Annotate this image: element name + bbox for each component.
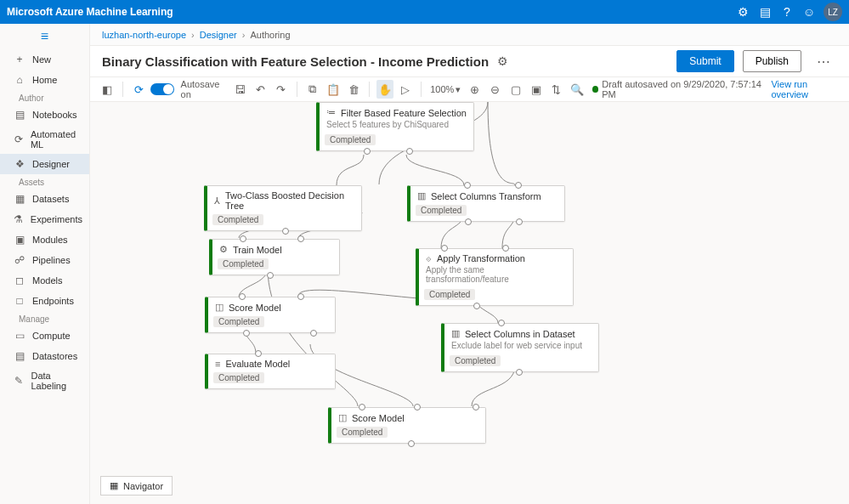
copy-icon[interactable]: ⧉ bbox=[304, 80, 321, 99]
score-icon: ◫ bbox=[215, 302, 224, 313]
map-icon: ▦ bbox=[110, 480, 118, 491]
sidebar-item-label: Compute bbox=[32, 331, 71, 341]
panel-icon[interactable]: ◧ bbox=[99, 80, 116, 99]
node-title: Evaluate Model bbox=[225, 359, 290, 369]
delete-icon[interactable]: 🗑 bbox=[345, 80, 362, 99]
more-button[interactable]: ⋯ bbox=[810, 54, 837, 70]
plus-icon: + bbox=[14, 54, 25, 65]
breadcrumb-workspace[interactable]: luzhan-north-europe bbox=[102, 30, 186, 40]
sidebar-item-modules[interactable]: ▣Modules bbox=[0, 229, 89, 250]
node-title: Score Model bbox=[229, 303, 281, 313]
sidebar-item-label: Datasets bbox=[32, 194, 69, 204]
fit-icon[interactable]: ▢ bbox=[507, 80, 524, 99]
sidebar-item-datastores[interactable]: ▤Datastores bbox=[0, 346, 89, 366]
node-desc: Select 5 features by ChiSquared bbox=[320, 120, 473, 133]
sidebar-item-designer[interactable]: ❖Designer bbox=[0, 154, 89, 174]
status-badge: Completed bbox=[325, 134, 376, 145]
product-title: Microsoft Azure Machine Learning bbox=[7, 6, 173, 18]
sidebar-item-compute[interactable]: ▭Compute bbox=[0, 326, 89, 346]
refresh-icon[interactable]: ⟳ bbox=[130, 80, 147, 99]
compare-icon[interactable]: ⇅ bbox=[548, 80, 565, 99]
sidebar-item-models[interactable]: ◻Models bbox=[0, 270, 89, 291]
view-run-link[interactable]: View run overview bbox=[771, 79, 840, 99]
node-title: Filter Based Feature Selection bbox=[341, 108, 467, 118]
publish-button[interactable]: Publish bbox=[743, 50, 801, 72]
status-badge: Completed bbox=[218, 258, 269, 269]
node-score-model-2[interactable]: ◫Score Model Completed bbox=[328, 407, 486, 444]
redo-icon[interactable]: ↷ bbox=[273, 80, 290, 99]
sidebar-item-label: Endpoints bbox=[32, 296, 74, 306]
node-score-model-1[interactable]: ◫Score Model Completed bbox=[205, 297, 336, 333]
save-icon[interactable]: 🖫 bbox=[232, 80, 249, 99]
gear-icon[interactable]: ⚙ bbox=[732, 1, 754, 23]
submit-button[interactable]: Submit bbox=[676, 50, 733, 72]
sidebar-item-label: Datastores bbox=[32, 351, 77, 361]
sidebar-item-label: New bbox=[32, 54, 51, 65]
node-apply-transformation[interactable]: ⟐Apply Transformation Apply the same tra… bbox=[416, 248, 574, 306]
chevron-down-icon: ▾ bbox=[456, 84, 461, 95]
directory-icon[interactable]: ▤ bbox=[754, 1, 776, 23]
pan-icon[interactable]: ✋ bbox=[376, 80, 393, 99]
node-filter-feature-selection[interactable]: ≔Filter Based Feature Selection Select 5… bbox=[316, 102, 474, 151]
sidebar-item-notebooks[interactable]: ▤Notebooks bbox=[0, 105, 89, 125]
sidebar-item-datalabeling[interactable]: ✎Data Labeling bbox=[0, 366, 89, 395]
pipeline-icon: ☍ bbox=[14, 254, 25, 266]
sidebar-item-label: Pipelines bbox=[32, 255, 71, 265]
settings-icon[interactable]: ⚙ bbox=[497, 54, 508, 68]
node-desc: Exclude label for web service input bbox=[444, 341, 598, 354]
chevron-right-icon: › bbox=[191, 30, 195, 40]
sidebar-item-label: Home bbox=[32, 75, 57, 85]
label-icon: ✎ bbox=[14, 375, 24, 387]
endpoint-icon: □ bbox=[14, 295, 25, 307]
help-icon[interactable]: ? bbox=[776, 1, 798, 23]
sidebar-item-label: Experiments bbox=[31, 214, 82, 224]
score-icon: ◫ bbox=[338, 412, 347, 423]
search-icon[interactable]: 🔍 bbox=[569, 80, 586, 99]
node-evaluate-model[interactable]: ≡Evaluate Model Completed bbox=[205, 354, 336, 389]
sidebar-item-label: Designer bbox=[32, 159, 70, 169]
zoom-out-icon[interactable]: ⊖ bbox=[486, 80, 503, 99]
eval-icon: ≡ bbox=[215, 359, 220, 369]
node-boosted-tree[interactable]: ⅄Two-Class Boosted Decision Tree Complet… bbox=[204, 185, 362, 231]
node-select-columns-transform[interactable]: ▥Select Columns Transform Completed bbox=[407, 185, 565, 222]
node-desc: Apply the same transformation/feature bbox=[419, 265, 573, 287]
home-icon: ⌂ bbox=[14, 74, 25, 86]
sidebar-item-new[interactable]: +New bbox=[0, 49, 89, 70]
zoom-in-icon[interactable]: ⊕ bbox=[466, 80, 483, 99]
hamburger-icon[interactable]: ≡ bbox=[0, 24, 89, 49]
autosave-label: Autosave on bbox=[181, 79, 229, 99]
zoom-level[interactable]: 100%▾ bbox=[430, 84, 461, 95]
sidebar-item-datasets[interactable]: ▦Datasets bbox=[0, 189, 89, 209]
autosave-toggle[interactable] bbox=[150, 83, 173, 95]
status-badge: Completed bbox=[213, 316, 264, 327]
breadcrumb: luzhan-north-europe › Designer › Authori… bbox=[90, 24, 849, 46]
sidebar-item-automl[interactable]: ⟳Automated ML bbox=[0, 125, 89, 154]
node-select-columns-dataset[interactable]: ▥Select Columns in Dataset Exclude label… bbox=[441, 323, 599, 372]
run-icon[interactable]: ▷ bbox=[397, 80, 414, 99]
transform-icon: ⟐ bbox=[426, 253, 432, 263]
status-badge: Completed bbox=[424, 289, 475, 300]
smile-icon[interactable]: ☺ bbox=[798, 1, 820, 23]
filter-icon: ≔ bbox=[326, 107, 336, 118]
actual-icon[interactable]: ▣ bbox=[528, 80, 545, 99]
sidebar-section-assets: Assets bbox=[0, 174, 89, 189]
sidebar-item-label: Notebooks bbox=[32, 110, 77, 120]
sidebar-item-endpoints[interactable]: □Endpoints bbox=[0, 291, 89, 311]
avatar[interactable]: LZ bbox=[824, 3, 842, 21]
paste-icon[interactable]: 📋 bbox=[325, 80, 342, 99]
draft-status: Draft autosaved on 9/29/2020, 7:57:14 PM bbox=[592, 79, 763, 99]
status-badge: Completed bbox=[416, 205, 467, 216]
breadcrumb-designer[interactable]: Designer bbox=[200, 30, 237, 40]
pipeline-canvas[interactable]: ≔Filter Based Feature Selection Select 5… bbox=[90, 102, 849, 504]
undo-icon[interactable]: ↶ bbox=[252, 80, 269, 99]
sidebar-item-label: Automated ML bbox=[31, 129, 82, 150]
sidebar-item-home[interactable]: ⌂Home bbox=[0, 70, 89, 90]
status-dot-icon bbox=[592, 86, 598, 93]
sidebar-item-label: Modules bbox=[32, 235, 68, 245]
sidebar-item-experiments[interactable]: ⚗Experiments bbox=[0, 209, 89, 229]
model-icon: ◻ bbox=[14, 275, 25, 286]
node-title: Train Model bbox=[233, 245, 282, 255]
navigator-button[interactable]: ▦ Navigator bbox=[100, 476, 173, 496]
sidebar-item-pipelines[interactable]: ☍Pipelines bbox=[0, 250, 89, 270]
node-train-model[interactable]: ⚙Train Model Completed bbox=[209, 239, 340, 275]
